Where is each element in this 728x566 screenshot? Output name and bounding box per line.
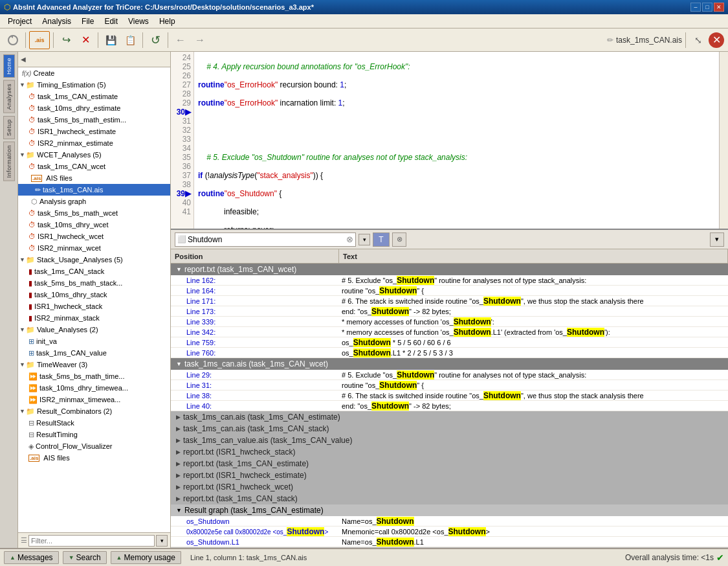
- code-content[interactable]: # 4. Apply recursion bound annotations f…: [194, 52, 719, 229]
- maximize-button[interactable]: □: [702, 3, 712, 12]
- tree-item-task10ms-est[interactable]: ⏱ task_10ms_dhry_estimate: [18, 102, 170, 114]
- menu-views[interactable]: Views: [123, 16, 154, 27]
- collapsed-group-10[interactable]: ▶ report.txt (task_1ms_CAN_stack): [171, 493, 728, 504]
- menu-edit[interactable]: Edit: [99, 16, 123, 27]
- collapsed-group-7[interactable]: ▶ report.txt (task_1ms_CAN_estimate): [171, 458, 728, 470]
- tree-item-task10ms-wcet[interactable]: ⏱ task_10ms_dhry_wcet: [18, 219, 170, 231]
- search-status-btn[interactable]: ▼ Search: [63, 551, 107, 564]
- tree-item-ais-files-2[interactable]: .ais AIS files: [18, 452, 170, 464]
- result-row-1-6[interactable]: Line 342: * memory accesses of function …: [171, 327, 728, 337]
- tree-item-task5ms-stack[interactable]: ▮ task_5ms_bs_math_stack...: [18, 277, 170, 289]
- result-row-1-3[interactable]: Line 171: # 6. The stack is switched ins…: [171, 296, 728, 306]
- tree-item-task5ms-wcet[interactable]: ⏱ task_5ms_bs_math_wcet: [18, 207, 170, 219]
- group-header-1[interactable]: ▼ report.txt (task_1ms_CAN_wcet): [171, 264, 728, 275]
- tree-item-result-comb[interactable]: ▼ 📁 Result_Combinators (2): [18, 405, 170, 417]
- tree-item-tw-2[interactable]: ⏩ task_10ms_dhry_timewea...: [18, 382, 170, 394]
- save-btn[interactable]: 💾: [102, 31, 120, 49]
- minimize-button[interactable]: –: [690, 3, 701, 12]
- result-row-1-7[interactable]: Line 759: os_Shutdown * 5 / 5 60 / 60 6 …: [171, 337, 728, 348]
- tree-item-task5ms-est[interactable]: ⏱ task_5ms_bs_math_estim...: [18, 114, 170, 126]
- result-row-2-4[interactable]: Line 40: end: "os_Shutdown" -> 82 bytes;: [171, 401, 728, 411]
- tree-item-create[interactable]: f(x) Create: [18, 67, 170, 79]
- tree-item-isr1-wcet[interactable]: ⏱ ISR1_hwcheck_wcet: [18, 231, 170, 242]
- back-btn[interactable]: ←: [171, 31, 190, 49]
- result-row-rg-2[interactable]: 0x80002e5e call 0x80002d2e <os_Shutdown>…: [171, 526, 728, 537]
- collapsed-group-3[interactable]: ▶ task_1ms_can.ais (task_1ms_CAN_estimat…: [171, 411, 728, 423]
- result-row-1-8[interactable]: Line 760: os_Shutdown.L1 * 2 / 2 5 / 5 3…: [171, 348, 728, 358]
- sidebar-label-information[interactable]: Information: [3, 142, 15, 181]
- tree-item-task1ms-stack[interactable]: ▮ task_1ms_CAN_stack: [18, 266, 170, 277]
- tree-scroll[interactable]: f(x) Create ▼ 📁 Timing_Estimation (5) ⏱ …: [18, 67, 170, 532]
- arrow-right-btn[interactable]: ↪: [57, 31, 75, 49]
- group-header-2[interactable]: ▼ task_1ms_can.ais (task_1ms_CAN_wcet): [171, 358, 728, 370]
- collapsed-group-5[interactable]: ▶ task_1ms_can_value.ais (task_1ms_CAN_v…: [171, 435, 728, 446]
- result-row-1-2[interactable]: Line 164: routine "os_Shutdown" {: [171, 286, 728, 296]
- tree-item-wcet[interactable]: ▼ 📁 WCET_Analyses (5): [18, 149, 170, 161]
- collapsed-group-6[interactable]: ▶ report.txt (ISR1_hwcheck_stack): [171, 446, 728, 458]
- result-row-2-1[interactable]: Line 29: # 5. Exclude "os_Shutdown" rout…: [171, 370, 728, 380]
- menu-help[interactable]: Help: [154, 16, 181, 27]
- tree-item-isr1-stack[interactable]: ▮ ISR1_hwcheck_stack: [18, 300, 170, 312]
- search-options-dropdown[interactable]: ▾: [358, 234, 370, 245]
- tree-collapse-btn[interactable]: ◀: [21, 56, 26, 63]
- zoom-btn[interactable]: ⤡: [689, 31, 707, 49]
- tree-item-tw-3[interactable]: ⏩ ISR2_minmax_timewea...: [18, 394, 170, 405]
- save-all-btn[interactable]: 📋: [121, 31, 139, 49]
- title-bar-controls[interactable]: – □ ✕: [690, 3, 724, 12]
- tree-item-timing[interactable]: ▼ 📁 Timing_Estimation (5): [18, 79, 170, 91]
- refresh-btn[interactable]: [4, 31, 22, 49]
- tree-item-task10ms-stack[interactable]: ▮ task_10ms_dhry_stack: [18, 289, 170, 300]
- tree-item-ais-files[interactable]: .ais AIS files: [18, 172, 170, 184]
- tree-item-task1ms-value[interactable]: ⊞ task_1ms_CAN_value: [18, 347, 170, 359]
- subgroup-result-graph-1[interactable]: ▼ Result graph (task_1ms_CAN_estimate): [171, 504, 728, 516]
- tree-item-tw-1[interactable]: ⏩ task_5ms_bs_math_time...: [18, 370, 170, 382]
- menu-project[interactable]: Project: [3, 16, 37, 27]
- messages-btn[interactable]: ▲ Messages: [4, 551, 59, 564]
- tree-item-result-stack[interactable]: ⊟ ResultStack: [18, 417, 170, 429]
- result-row-rg-1[interactable]: os_Shutdown Name=os_Shutdown: [171, 516, 728, 526]
- tree-item-isr2-wcet[interactable]: ⏱ ISR2_minmax_wcet: [18, 242, 170, 254]
- filter-dropdown-btn[interactable]: ▾: [156, 535, 168, 547]
- tree-item-value[interactable]: ▼ 📁 Value_Analyses (2): [18, 324, 170, 335]
- tree-item-task1ms-wcet[interactable]: ⏱ task_1ms_CAN_wcet: [18, 161, 170, 172]
- tree-item-analysis-graph[interactable]: ⬡ Analysis graph: [18, 196, 170, 207]
- tree-item-task1ms-est[interactable]: ⏱ task_1ms_CAN_estimate: [18, 91, 170, 102]
- filter-input[interactable]: [28, 535, 155, 547]
- tree-item-stack[interactable]: ▼ 📁 Stack_Usage_Analyses (5): [18, 254, 170, 266]
- result-row-rg-3[interactable]: os_Shutdown.L1 Name=os_Shutdown.L1: [171, 537, 728, 547]
- sidebar-label-setup[interactable]: Setup: [3, 116, 15, 139]
- result-row-1-4[interactable]: Line 173: end: "os_Shutdown" -> 82 bytes…: [171, 306, 728, 317]
- tree-item-control-flow[interactable]: ◈ Control_Flow_Visualizer: [18, 440, 170, 452]
- code-scrollbar[interactable]: [719, 52, 728, 229]
- stop-btn[interactable]: ✕: [76, 31, 94, 49]
- result-row-2-2[interactable]: Line 31: routine "os_Shutdown" {: [171, 380, 728, 391]
- collapsed-group-8[interactable]: ▶ report.txt (ISR1_hwcheck_estimate): [171, 470, 728, 481]
- sidebar-label-home[interactable]: Home: [3, 54, 15, 78]
- tree-item-isr2-stack[interactable]: ▮ ISR2_minmax_stack: [18, 312, 170, 324]
- collapsed-group-9[interactable]: ▶ report.txt (ISR1_hwcheck_wcet): [171, 481, 728, 493]
- tree-item-isr2-est[interactable]: ⏱ ISR2_minmax_estimate: [18, 137, 170, 149]
- result-row-2-3[interactable]: Line 38: # 6. The stack is switched insi…: [171, 391, 728, 401]
- sidebar-label-analyses[interactable]: Analyses: [3, 80, 15, 113]
- ais-btn[interactable]: .ais: [29, 31, 50, 49]
- menu-analysis[interactable]: Analysis: [37, 16, 76, 27]
- menu-file[interactable]: File: [76, 16, 99, 27]
- result-row-1-5[interactable]: Line 339: * memory accesses of function …: [171, 317, 728, 327]
- tree-item-isr1-est[interactable]: ⏱ ISR1_hwcheck_estimate: [18, 126, 170, 137]
- search-clear-btn[interactable]: ⊗: [346, 234, 353, 244]
- close-editor-btn[interactable]: ✕: [709, 32, 724, 48]
- tree-item-task1ms-can-ais[interactable]: ✏ task_1ms_CAN.ais: [18, 184, 170, 196]
- tree-item-result-timing[interactable]: ⊟ ResultTiming: [18, 429, 170, 440]
- close-button[interactable]: ✕: [714, 3, 724, 12]
- search-input[interactable]: [188, 235, 345, 244]
- memory-btn[interactable]: ▲ Memory usage: [111, 551, 181, 564]
- search-toggle-btn[interactable]: T: [373, 232, 390, 247]
- tree-item-timeweaver[interactable]: ▼ 📁 TimeWeaver (3): [18, 359, 170, 370]
- tree-item-init-va[interactable]: ⊞ init_va: [18, 335, 170, 347]
- reload-btn[interactable]: ↺: [146, 31, 164, 49]
- search-expand-btn[interactable]: ▾: [710, 232, 724, 247]
- forward-btn[interactable]: →: [191, 31, 209, 49]
- search-stop-btn[interactable]: ⊗: [392, 232, 406, 247]
- subgroup-result-graph-2[interactable]: ▼ Result graph (ISR1_hwcheck_estimate): [171, 547, 728, 548]
- collapsed-group-4[interactable]: ▶ task_1ms_can.ais (task_1ms_CAN_stack): [171, 423, 728, 435]
